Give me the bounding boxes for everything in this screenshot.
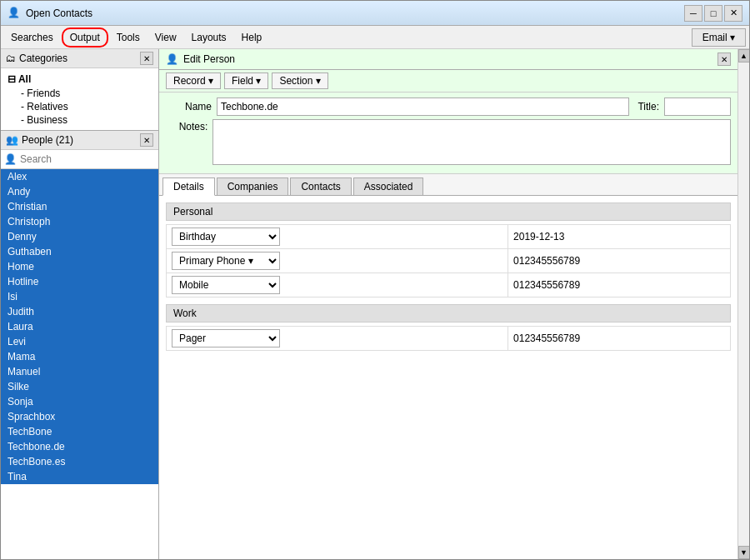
window-title: Open Contacts [26, 8, 684, 19]
minimize-button[interactable]: ─ [684, 5, 702, 22]
list-item[interactable]: Hotline [1, 274, 158, 289]
list-item[interactable]: Techbone.de [1, 439, 158, 454]
name-input[interactable] [217, 98, 629, 116]
name-label: Name [166, 101, 212, 112]
list-item[interactable]: Isi [1, 289, 158, 304]
personal-section-header: Personal [166, 202, 731, 221]
list-item[interactable]: Levi [1, 334, 158, 349]
mobile-select[interactable]: Mobile [172, 276, 280, 294]
people-panel: 👥 People (21) ✕ 👤 Alex Andy Christian Ch… [1, 131, 158, 559]
categories-tree: ⊟ All Friends Relatives Business [1, 68, 158, 130]
categories-label: Categories [19, 52, 68, 64]
main-window: 👤 Open Contacts ─ □ ✕ Searches Output To… [0, 0, 750, 560]
pager-row: Pager 012345556789 [167, 327, 731, 351]
form-area: Name Title: Notes: [159, 92, 738, 174]
pager-select[interactable]: Pager [172, 329, 280, 348]
phone-select[interactable]: Primary Phone ▾ [172, 252, 280, 270]
details-content: Personal Birthday 2019-12-13 Primary Pho… [159, 196, 738, 559]
list-item[interactable]: Sprachbox [1, 409, 158, 424]
main-area: 🗂 Categories ✕ ⊟ All Friends Relatives B… [1, 49, 749, 559]
phone-row: Primary Phone ▾ 012345556789 [167, 249, 731, 273]
people-list: Alex Andy Christian Christoph Denny Guth… [1, 169, 158, 559]
birthday-select[interactable]: Birthday [172, 228, 280, 246]
list-item[interactable]: Silke [1, 379, 158, 394]
tree-item-relatives[interactable]: Relatives [4, 100, 155, 113]
tree-item-friends[interactable]: Friends [4, 87, 155, 100]
tab-companies[interactable]: Companies [217, 178, 289, 195]
close-button[interactable]: ✕ [724, 5, 742, 22]
record-button[interactable]: Record ▾ [166, 72, 221, 89]
menu-view[interactable]: View [148, 29, 183, 46]
menu-bar: Searches Output Tools View Layouts Help … [1, 26, 749, 49]
scroll-up[interactable]: ▲ [738, 49, 750, 62]
mobile-row: Mobile 012345556789 [167, 273, 731, 298]
phone-value: 012345556789 [508, 249, 731, 273]
list-item[interactable]: Alex [1, 169, 158, 184]
pager-value: 012345556789 [508, 327, 731, 351]
list-item[interactable]: TechBone.es [1, 454, 158, 469]
title-input[interactable] [664, 98, 731, 116]
edit-person-close[interactable]: ✕ [718, 52, 731, 66]
menu-output[interactable]: Output [62, 28, 108, 48]
name-row: Name Title: [166, 98, 731, 116]
right-panel: 👤 Edit Person ✕ Record ▾ Field ▾ Section… [159, 49, 738, 559]
categories-header: 🗂 Categories ✕ [1, 49, 158, 68]
list-item[interactable]: Guthaben [1, 244, 158, 259]
menu-layouts[interactable]: Layouts [185, 29, 233, 46]
notes-row: Notes: [166, 119, 731, 165]
list-item[interactable]: Christian [1, 199, 158, 214]
tree-item-business[interactable]: Business [4, 113, 155, 127]
work-fields-table: Pager 012345556789 [166, 326, 731, 351]
menu-searches[interactable]: Searches [4, 29, 60, 46]
list-item[interactable]: Andy [1, 184, 158, 199]
section-button[interactable]: Section ▾ [272, 72, 328, 89]
people-title-area: 👥 People (21) [6, 134, 73, 146]
tabs-bar: Details Companies Contacts Associated [159, 174, 738, 196]
list-item[interactable]: Denny [1, 229, 158, 244]
list-item[interactable]: Home [1, 259, 158, 274]
menu-tools[interactable]: Tools [110, 29, 147, 46]
person-icon: 👤 [166, 53, 178, 65]
personal-fields-table: Birthday 2019-12-13 Primary Phone ▾ 0123… [166, 224, 731, 298]
maximize-button[interactable]: □ [704, 5, 722, 22]
email-button[interactable]: Email ▾ [692, 28, 746, 47]
scroll-down[interactable]: ▼ [738, 546, 750, 559]
list-item[interactable]: Laura [1, 319, 158, 334]
list-item[interactable]: Sonja [1, 394, 158, 409]
edit-person-header: 👤 Edit Person ✕ [159, 49, 738, 70]
categories-icon: 🗂 [6, 52, 16, 64]
tab-details[interactable]: Details [162, 178, 215, 196]
search-input[interactable] [20, 153, 155, 165]
search-box: 👤 [1, 150, 158, 169]
list-item[interactable]: Christoph [1, 214, 158, 229]
scrollbar[interactable]: ▲ ▼ [738, 49, 749, 559]
people-label: People (21) [22, 134, 73, 146]
list-item[interactable]: Manuel [1, 364, 158, 379]
window-controls: ─ □ ✕ [684, 5, 742, 22]
field-button[interactable]: Field ▾ [224, 72, 268, 89]
app-icon: 👤 [8, 7, 21, 20]
edit-toolbar: Record ▾ Field ▾ Section ▾ [159, 70, 738, 92]
list-item[interactable]: Tina [1, 469, 158, 484]
categories-title-area: 🗂 Categories [6, 52, 68, 64]
list-item[interactable]: TechBone [1, 424, 158, 439]
title-label: Title: [638, 101, 659, 112]
tab-associated[interactable]: Associated [353, 178, 424, 195]
menu-help[interactable]: Help [235, 29, 269, 46]
people-icon: 👥 [6, 134, 18, 146]
birthday-row: Birthday 2019-12-13 [167, 225, 731, 249]
categories-close[interactable]: ✕ [140, 52, 153, 65]
tree-item-all[interactable]: ⊟ All [4, 72, 155, 87]
notes-label: Notes: [166, 121, 208, 132]
people-close[interactable]: ✕ [140, 133, 153, 147]
tab-contacts[interactable]: Contacts [290, 178, 351, 195]
categories-panel: 🗂 Categories ✕ ⊟ All Friends Relatives B… [1, 49, 158, 131]
birthday-value: 2019-12-13 [508, 225, 731, 249]
search-icon: 👤 [4, 153, 17, 165]
people-header: 👥 People (21) ✕ [1, 131, 158, 150]
work-section-header: Work [166, 304, 731, 322]
title-bar: 👤 Open Contacts ─ □ ✕ [1, 1, 749, 26]
list-item[interactable]: Mama [1, 349, 158, 364]
list-item[interactable]: Judith [1, 304, 158, 319]
notes-textarea[interactable] [212, 119, 731, 165]
